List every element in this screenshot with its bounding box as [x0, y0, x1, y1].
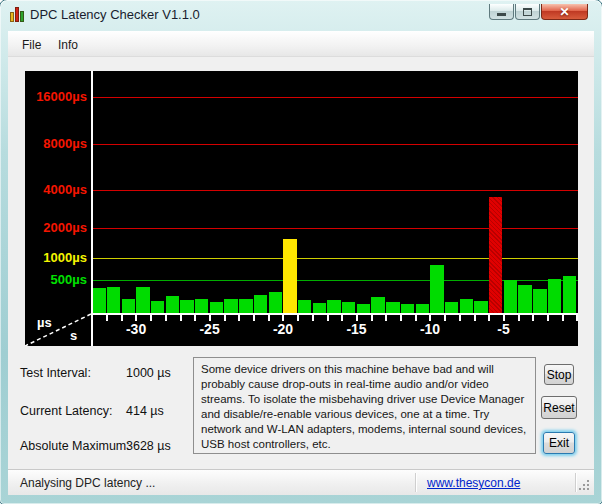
latency-bar: [474, 301, 487, 313]
latency-bar: [210, 302, 223, 313]
x-axis-tick: [532, 315, 534, 321]
latency-bar: [386, 302, 399, 313]
close-button[interactable]: ✕: [541, 4, 588, 20]
test-interval-label: Test Interval:: [20, 366, 91, 380]
x-axis-label: -25: [188, 321, 232, 337]
x-axis-tick: [312, 315, 314, 321]
chart-gridline: [93, 258, 578, 259]
latency-bar: [563, 276, 576, 313]
chart-gridline: [93, 190, 578, 191]
window-title: DPC Latency Checker V1.1.0: [30, 7, 200, 22]
latency-bar: [107, 287, 120, 313]
chart-gridline: [93, 144, 578, 145]
menu-item-file[interactable]: File: [16, 36, 47, 54]
latency-bar: [313, 303, 326, 313]
latency-bar: [416, 304, 429, 313]
bar-chart-icon: [10, 7, 26, 23]
absolute-maximum-label: Absolute Maximum:: [20, 439, 130, 453]
statusbar-divider: [415, 473, 416, 492]
latency-bar: [504, 280, 517, 313]
latency-bar: [269, 292, 282, 313]
latency-bar: [548, 279, 561, 313]
chart-gridline: [93, 228, 578, 229]
status-bar: Analysing DPC latency ... www.thesycon.d…: [8, 469, 594, 495]
current-latency-value: 414 µs: [126, 404, 164, 418]
x-axis-tick: [459, 315, 461, 321]
x-axis-label: -30: [114, 321, 158, 337]
latency-bar: [239, 299, 252, 313]
latency-bar: [180, 300, 193, 313]
x-axis-tick: [180, 315, 182, 321]
x-axis-label: -20: [261, 321, 305, 337]
latency-bar: [298, 300, 311, 313]
x-axis-tick: [385, 315, 387, 321]
x-axis-tick: [400, 315, 402, 321]
y-axis-label: 16000µs: [25, 89, 87, 105]
latency-bar: [445, 302, 458, 313]
test-interval-value: 1000 µs: [126, 366, 171, 380]
latency-bar: [533, 289, 546, 313]
y-axis-unit-label: µs: [37, 315, 52, 330]
x-axis-label: -5: [482, 321, 526, 337]
x-axis-label: -15: [335, 321, 379, 337]
app-window: DPC Latency Checker V1.1.0 ✕ File Info 1…: [0, 0, 602, 504]
y-axis-label: 2000µs: [25, 220, 87, 236]
restore-icon: [523, 8, 532, 16]
minimize-button[interactable]: [489, 4, 514, 20]
x-axis-tick: [562, 315, 564, 321]
title-bar[interactable]: DPC Latency Checker V1.1.0 ✕: [0, 0, 602, 31]
latency-bar: [254, 295, 267, 313]
latency-bar: [518, 285, 531, 313]
menu-item-info[interactable]: Info: [52, 36, 84, 54]
x-axis-tick: [253, 315, 255, 321]
minimize-icon: [497, 13, 506, 16]
latency-chart: 16000µs8000µs4000µs2000µs1000µs500µs -30…: [25, 71, 578, 346]
maximize-restore-button[interactable]: [515, 4, 540, 20]
current-latency-label: Current Latency:: [20, 404, 112, 418]
x-axis-tick: [327, 315, 329, 321]
statusbar-divider: [575, 473, 576, 492]
latency-bar: [327, 300, 340, 313]
latency-bar: [92, 288, 105, 313]
y-axis-label: 8000µs: [25, 136, 87, 152]
latency-bar: [489, 197, 502, 313]
absolute-maximum-value: 3628 µs: [126, 439, 171, 453]
latency-bar: [342, 302, 355, 313]
latency-bar: [224, 299, 237, 313]
latency-bar: [166, 296, 179, 313]
y-axis-label: 4000µs: [25, 182, 87, 198]
website-link[interactable]: www.thesycon.de: [427, 476, 520, 490]
axis-corner-diagonal: [25, 313, 91, 346]
latency-bar: [195, 299, 208, 313]
y-axis-label: 500µs: [25, 272, 87, 288]
y-axis-label: 1000µs: [25, 250, 87, 266]
x-axis-tick: [238, 315, 240, 321]
latency-bar: [401, 304, 414, 313]
x-axis-label: -10: [408, 321, 452, 337]
reset-button[interactable]: Reset: [541, 396, 577, 419]
latency-bar: [430, 265, 443, 313]
x-axis-tick: [576, 315, 578, 321]
advice-message-box: Some device drivers on this machine beha…: [193, 357, 536, 454]
menu-bar: File Info: [8, 31, 594, 57]
x-axis-tick: [165, 315, 167, 321]
latency-bar: [136, 287, 149, 313]
latency-bar: [151, 301, 164, 313]
latency-bar: [122, 299, 135, 313]
x-axis-tick: [474, 315, 476, 321]
latency-bar: [371, 297, 384, 313]
chart-gridline: [93, 97, 578, 98]
x-axis-tick: [91, 315, 93, 321]
y-axis-line: [91, 71, 93, 346]
x-axis-tick: [106, 315, 108, 321]
latency-bar: [283, 239, 296, 314]
exit-button[interactable]: Exit: [543, 432, 575, 454]
resize-grip-icon[interactable]: [587, 488, 589, 490]
close-icon: ✕: [559, 5, 569, 19]
stop-button[interactable]: Stop: [544, 364, 574, 385]
x-axis-tick: [547, 315, 549, 321]
latency-bar: [357, 304, 370, 313]
status-text: Analysing DPC latency ...: [20, 476, 155, 490]
latency-bar: [460, 299, 473, 313]
x-axis-unit-label: s: [70, 328, 77, 343]
